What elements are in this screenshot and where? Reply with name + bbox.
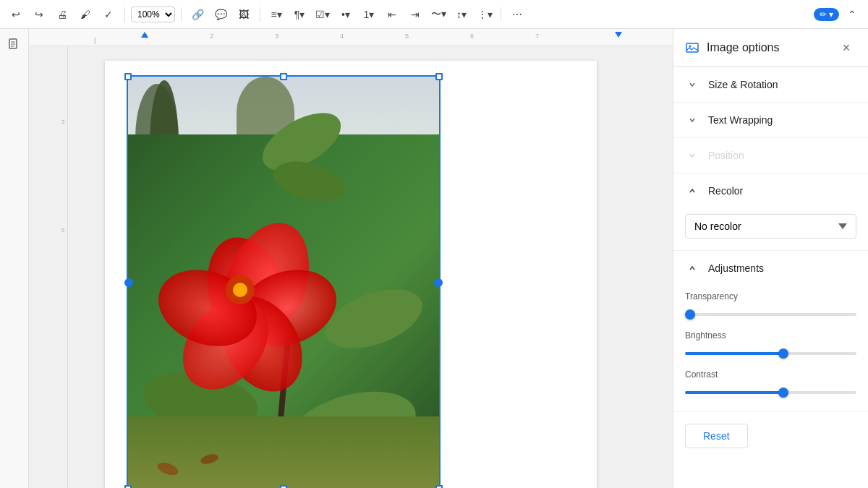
reset-container: Reset [673,412,868,460]
panel-close-button[interactable]: × [836,38,856,58]
ruler-label-6: 6 [470,33,474,40]
spell-check-button[interactable]: ✓ [98,4,119,25]
format-button[interactable]: 〜▾ [428,4,448,25]
brightness-slider-container [685,346,856,361]
ground [128,416,439,488]
handle-bottom-left[interactable] [124,485,132,488]
image-container[interactable] [127,75,441,488]
more-button[interactable]: ⋯ [507,4,527,25]
line-spacing-button[interactable]: ↕▾ [451,4,472,25]
paint-format-button[interactable]: 🖌 [75,4,95,25]
ruler-right-margin [615,32,622,38]
selected-image-wrapper [127,75,441,488]
ruler-label-3: 3 [275,33,278,40]
horizontal-ruler: | 1 2 3 4 5 6 7 [29,29,673,46]
svg-rect-4 [686,43,698,52]
contrast-slider-container [685,385,856,400]
recolor-select[interactable]: No recolor [685,214,856,239]
section-adjustments: Adjustments Transparency Brightness Cont… [673,251,868,412]
toolbar: ↩ ↪ 🖨 🖌 ✓ 100% 75% 125% 🔗 💬 🖼 ≡▾ ¶▾ ☑▾ •… [0,0,868,29]
divider-4 [501,7,501,22]
reset-button[interactable]: Reset [685,424,748,448]
text-wrapping-label: Text Wrapping [708,114,773,126]
left-sidebar [0,29,29,488]
adjustments-header[interactable]: Adjustments [673,251,868,286]
size-rotation-chevron [685,77,699,92]
svg-point-5 [689,46,692,48]
handle-top-left[interactable] [124,73,132,80]
transparency-label: Transparency [685,291,856,301]
image-button[interactable]: 🖼 [234,4,254,25]
handle-top-middle[interactable] [280,73,287,80]
comment-button[interactable]: 💬 [210,4,231,25]
brightness-slider[interactable] [685,352,856,355]
flower-stamen [233,283,247,297]
ruler-label-2: 2 [210,33,213,40]
recolor-content: No recolor [673,208,868,250]
doc-scroll[interactable]: 3 5 [29,46,673,488]
divider-1 [124,7,125,22]
doc-area: | 1 2 3 4 5 6 7 3 5 [29,29,673,488]
redo-button[interactable]: ↪ [29,4,49,25]
position-label: Position [708,150,744,161]
vmark-5: 5 [58,227,68,234]
position-header[interactable]: Position [673,138,868,173]
transparency-slider[interactable] [685,313,856,316]
ruler-label-7: 7 [535,33,539,40]
decrease-indent-button[interactable]: ⇤ [382,4,402,25]
transparency-slider-container [685,307,856,322]
ruler-label-4: 4 [340,33,344,40]
right-panel: Image options × Size & Rotation Text Wra… [673,29,868,488]
page-list-icon[interactable] [4,35,25,55]
handle-middle-left[interactable] [124,278,133,287]
adjustments-chevron [685,261,699,275]
section-recolor: Recolor No recolor [673,174,868,251]
ruler-mark-0: | [94,37,95,44]
text-wrapping-chevron [685,113,699,127]
main-area: | 1 2 3 4 5 6 7 3 5 [0,29,868,488]
brightness-label: Brightness [685,330,856,341]
divider-3 [260,7,260,22]
contrast-slider[interactable] [685,391,856,394]
recolor-chevron [685,184,699,198]
section-text-wrapping: Text Wrapping [673,103,868,138]
text-wrapping-header[interactable]: Text Wrapping [673,103,868,137]
handle-top-right[interactable] [435,73,443,80]
vmark-3: 3 [58,119,68,125]
recolor-label: Recolor [708,185,743,197]
bullet-button[interactable]: •▾ [336,4,356,25]
align-button[interactable]: ≡▾ [266,4,286,25]
indent-button[interactable]: ¶▾ [289,4,310,25]
size-rotation-label: Size & Rotation [708,79,778,90]
section-position: Position [673,138,868,174]
adjustments-label: Adjustments [708,262,764,274]
numbered-button[interactable]: 1▾ [359,4,379,25]
ruler-label-5: 5 [405,33,409,40]
handle-middle-right[interactable] [434,278,443,287]
position-chevron [685,148,699,163]
recolor-header[interactable]: Recolor [673,174,868,208]
handle-bottom-middle[interactable] [280,485,287,488]
contrast-label: Contrast [685,369,856,380]
handle-bottom-right[interactable] [435,485,443,488]
zoom-select[interactable]: 100% 75% 125% [131,7,175,22]
ruler-indent-marker [141,32,148,38]
collapse-toolbar-button[interactable]: ⌃ [842,4,862,25]
panel-header: Image options × [673,29,868,67]
panel-title: Image options [707,41,836,54]
increase-indent-button[interactable]: ⇥ [405,4,425,25]
edit-mode-chevron: ▾ [829,9,833,20]
image-options-icon [685,40,699,55]
pen-icon: ✏ [820,9,827,20]
adjustments-content: Transparency Brightness Contrast [673,286,868,411]
link-button[interactable]: 🔗 [187,4,208,25]
section-size-rotation: Size & Rotation [673,67,868,103]
edit-mode-button[interactable]: ✏ ▾ [814,8,839,21]
undo-button[interactable]: ↩ [6,4,26,25]
columns-button[interactable]: ⋮▾ [475,4,495,25]
print-button[interactable]: 🖨 [52,4,72,25]
checklist-button[interactable]: ☑▾ [312,4,333,25]
vertical-ruler: 3 5 [58,46,68,488]
size-rotation-header[interactable]: Size & Rotation [673,67,868,102]
doc-page [105,61,597,488]
